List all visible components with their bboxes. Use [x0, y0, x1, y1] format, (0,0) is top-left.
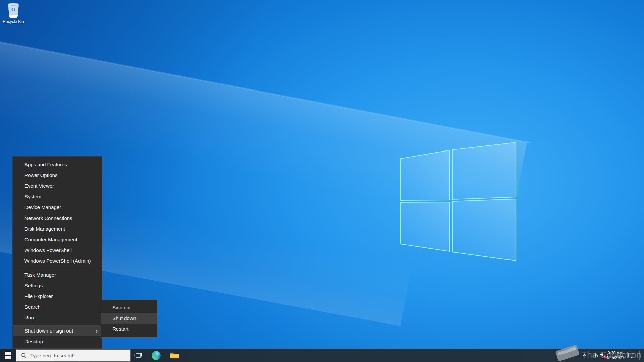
start-button[interactable] [0, 349, 16, 362]
taskbar [0, 349, 644, 362]
menu-separator [16, 324, 99, 324]
menu-item-shut-down-or-sign-out[interactable]: Shut down or sign out › [13, 325, 102, 336]
winx-menu: Apps and Features Power Options Event Vi… [12, 156, 102, 349]
recycle-bin-icon: ♻ [5, 2, 21, 19]
windows-start-icon [5, 352, 11, 359]
menu-item-search[interactable]: Search [13, 302, 102, 312]
search-icon [21, 353, 27, 358]
task-view-icon [134, 352, 142, 359]
menu-item-windows-powershell-admin[interactable]: Windows PowerShell (Admin) [13, 256, 102, 266]
recycle-bin-desktop-icon[interactable]: ♻ Recycle Bin [1, 2, 25, 24]
action-center-button[interactable] [626, 349, 637, 362]
wallpaper-light-ray-edge [0, 41, 530, 143]
hidden-icons-chevron-button[interactable] [580, 349, 588, 362]
menu-item-windows-powershell[interactable]: Windows PowerShell [13, 245, 102, 256]
menu-item-system[interactable]: System [13, 191, 102, 202]
recycle-bin-label: Recycle Bin [1, 19, 25, 24]
menu-item-device-manager[interactable]: Device Manager [13, 202, 102, 213]
task-view-button[interactable] [131, 349, 146, 362]
menu-item-file-explorer[interactable]: File Explorer [13, 291, 102, 302]
menu-item-apps-and-features[interactable]: Apps and Features [13, 159, 102, 170]
menu-item-settings[interactable]: Settings [13, 280, 102, 291]
menu-item-disk-management[interactable]: Disk Management [13, 224, 102, 234]
menu-separator [16, 268, 99, 268]
menu-item-computer-management[interactable]: Computer Management [13, 234, 102, 245]
file-explorer-button[interactable] [167, 349, 182, 362]
action-center-icon [628, 352, 635, 359]
taskbar-clock[interactable]: 9:20 AM 4/25/2021 [605, 349, 625, 362]
menu-item-network-connections[interactable]: Network Connections [13, 213, 102, 224]
chevron-up-icon [582, 353, 587, 357]
network-tray-button[interactable] [590, 349, 598, 362]
recycle-arrows-glyph: ♻ [5, 7, 21, 13]
desktop: ♻ Recycle Bin Apps and Features Power Op… [0, 0, 644, 362]
submenu-item-restart[interactable]: Restart [101, 324, 157, 335]
taskbar-search-box[interactable] [16, 349, 131, 362]
edge-browser-button[interactable] [149, 349, 163, 362]
clock-time: 9:20 AM [608, 351, 623, 355]
submenu-item-shut-down[interactable]: Shut down [101, 313, 157, 324]
menu-item-label: Shut down or sign out [24, 328, 73, 334]
menu-item-run[interactable]: Run [13, 312, 102, 323]
menu-item-power-options[interactable]: Power Options [13, 170, 102, 181]
submenu-chevron-icon: › [96, 325, 98, 336]
menu-item-event-viewer[interactable]: Event Viewer [13, 181, 102, 191]
windows-logo-wallpaper [397, 139, 518, 263]
power-submenu: Sign out Shut down Restart [101, 300, 157, 338]
ethernet-network-icon [590, 352, 598, 358]
menu-item-desktop[interactable]: Desktop [13, 336, 102, 347]
file-explorer-icon [170, 352, 179, 359]
menu-item-task-manager[interactable]: Task Manager [13, 269, 102, 280]
clock-date: 4/25/2021 [606, 355, 624, 360]
show-desktop-divider[interactable] [639, 351, 640, 360]
submenu-item-sign-out[interactable]: Sign out [101, 302, 157, 313]
edge-icon [152, 351, 161, 360]
search-input[interactable] [30, 353, 124, 358]
